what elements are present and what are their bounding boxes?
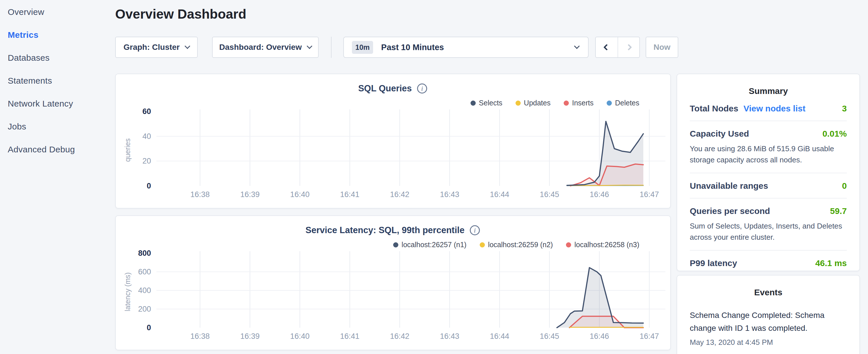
svg-text:16:40: 16:40 xyxy=(290,190,310,199)
svg-text:i: i xyxy=(421,85,423,92)
graph-dropdown[interactable]: Graph: Cluster xyxy=(115,37,198,58)
svg-text:0: 0 xyxy=(147,182,151,190)
svg-text:16:39: 16:39 xyxy=(240,332,260,341)
svg-text:16:47: 16:47 xyxy=(640,190,659,199)
svg-text:latency (ms): latency (ms) xyxy=(124,272,131,311)
svg-text:16:47: 16:47 xyxy=(640,332,659,341)
chart-title: Service Latency: SQL, 99th percentile xyxy=(306,225,465,235)
sidebar-item-overview[interactable]: Overview xyxy=(0,1,115,24)
sidebar-item-databases[interactable]: Databases xyxy=(0,46,115,69)
svg-text:0: 0 xyxy=(147,323,151,332)
sidebar-item-jobs[interactable]: Jobs xyxy=(0,115,115,138)
info-icon[interactable]: i xyxy=(469,225,480,236)
total-nodes-label: Total Nodes xyxy=(690,104,738,114)
service-latency-chart-card: Service Latency: SQL, 99th percentile i … xyxy=(115,215,671,350)
time-range-label: Past 10 Minutes xyxy=(381,43,444,52)
time-range-badge: 10m xyxy=(352,41,373,54)
sidebar-item-metrics[interactable]: Metrics xyxy=(0,24,115,46)
svg-text:16:45: 16:45 xyxy=(540,332,559,341)
view-nodes-list-link[interactable]: View nodes list xyxy=(743,104,805,114)
sql-queries-chart-card: SQL Queries i SelectsUpdatesInsertsDelet… xyxy=(115,74,671,208)
svg-text:800: 800 xyxy=(138,249,151,257)
time-range-picker[interactable]: 10m Past 10 Minutes xyxy=(343,37,589,58)
app-root: OverviewMetricsDatabasesStatementsNetwor… xyxy=(0,0,868,354)
svg-text:16:41: 16:41 xyxy=(340,332,360,341)
summary-heading: Summary xyxy=(690,74,847,96)
chevron-right-icon xyxy=(626,44,632,51)
chevron-down-icon xyxy=(185,43,190,49)
svg-text:16:41: 16:41 xyxy=(340,190,360,199)
service-latency-plot[interactable]: 16:3816:3916:4016:4116:4216:4316:4416:45… xyxy=(124,246,668,352)
svg-text:queries: queries xyxy=(124,138,131,162)
capacity-used-label: Capacity Used xyxy=(690,129,749,139)
sidebar-item-statements[interactable]: Statements xyxy=(0,69,115,92)
p99-latency-value: 46.1 ms xyxy=(815,258,847,268)
events-heading: Events xyxy=(690,276,847,297)
next-timeframe-button[interactable] xyxy=(618,37,639,57)
svg-text:i: i xyxy=(474,227,476,234)
svg-text:16:44: 16:44 xyxy=(490,332,509,341)
svg-text:20: 20 xyxy=(143,157,151,165)
dashboard-dropdown-label: Dashboard: Overview xyxy=(219,43,302,52)
svg-text:16:38: 16:38 xyxy=(190,190,210,199)
queries-per-second-value: 59.7 xyxy=(830,206,847,216)
page-title: Overview Dashboard xyxy=(115,6,246,22)
time-step-buttons xyxy=(595,37,640,58)
chevron-down-icon xyxy=(307,43,312,49)
unavailable-ranges-value: 0 xyxy=(842,181,847,191)
sql-queries-plot[interactable]: 16:3816:3916:4016:4116:4216:4316:4416:45… xyxy=(124,104,668,210)
unavailable-ranges-label: Unavailable ranges xyxy=(690,181,768,191)
svg-text:60: 60 xyxy=(143,107,151,116)
svg-text:16:40: 16:40 xyxy=(290,332,310,341)
summary-row-capacity-used: Capacity Used 0.01% You are using 28.6 M… xyxy=(690,121,847,173)
svg-text:16:43: 16:43 xyxy=(440,190,459,199)
p99-latency-label: P99 latency xyxy=(690,258,737,268)
events-card: Events Schema Change Completed: Schema c… xyxy=(677,275,860,354)
summary-card: Summary Total Nodes View nodes list 3 Ca… xyxy=(677,74,860,271)
summary-row-unavailable-ranges: Unavailable ranges 0 xyxy=(690,173,847,198)
svg-text:400: 400 xyxy=(138,286,151,295)
svg-text:16:43: 16:43 xyxy=(440,332,459,341)
svg-text:16:45: 16:45 xyxy=(540,190,559,199)
queries-per-second-label: Queries per second xyxy=(690,206,770,216)
sidebar: OverviewMetricsDatabasesStatementsNetwor… xyxy=(0,0,115,161)
summary-row-queries-per-second: Queries per second 59.7 Sum of Selects, … xyxy=(690,198,847,250)
svg-text:16:39: 16:39 xyxy=(240,190,260,199)
svg-text:200: 200 xyxy=(138,305,151,313)
graph-dropdown-label: Graph: Cluster xyxy=(124,43,180,52)
chart-title: SQL Queries xyxy=(358,83,412,94)
svg-text:600: 600 xyxy=(138,267,151,276)
chevron-left-icon xyxy=(603,44,610,51)
svg-text:40: 40 xyxy=(143,132,151,141)
svg-text:16:44: 16:44 xyxy=(490,190,509,199)
capacity-used-description: You are using 28.6 MiB of 515.9 GiB usab… xyxy=(690,143,847,165)
svg-text:16:42: 16:42 xyxy=(390,332,409,341)
previous-timeframe-button[interactable] xyxy=(596,37,618,57)
event-message[interactable]: Schema Change Completed: Schema change w… xyxy=(690,309,847,334)
svg-text:16:46: 16:46 xyxy=(590,190,609,199)
summary-row-p99-latency: P99 latency 46.1 ms xyxy=(690,251,847,275)
controls-divider xyxy=(331,37,332,58)
info-icon[interactable]: i xyxy=(416,83,428,94)
summary-row-total-nodes: Total Nodes View nodes list 3 xyxy=(690,96,847,121)
capacity-used-value: 0.01% xyxy=(823,129,847,139)
queries-per-second-description: Sum of Selects, Updates, Inserts, and De… xyxy=(690,221,847,243)
svg-text:16:38: 16:38 xyxy=(190,332,210,341)
chevron-down-icon xyxy=(574,43,580,49)
sidebar-item-network-latency[interactable]: Network Latency xyxy=(0,92,115,115)
event-timestamp: May 13, 2020 at 4:45 PM xyxy=(690,338,847,347)
svg-text:16:46: 16:46 xyxy=(590,332,609,341)
now-button[interactable]: Now xyxy=(646,37,678,58)
dashboard-dropdown[interactable]: Dashboard: Overview xyxy=(212,37,319,58)
sidebar-item-advanced-debug[interactable]: Advanced Debug xyxy=(0,138,115,161)
svg-text:16:42: 16:42 xyxy=(390,190,409,199)
total-nodes-value: 3 xyxy=(842,104,847,114)
